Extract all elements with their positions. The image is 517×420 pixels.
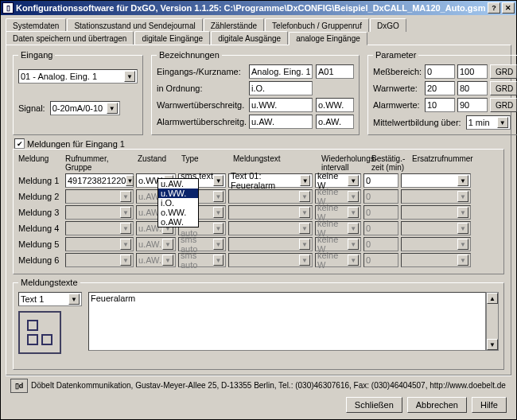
row-label: Meldung 2 <box>18 192 63 201</box>
meldungen-checkbox[interactable]: ✔ <box>14 138 25 149</box>
alarm-min-field[interactable] <box>425 98 455 112</box>
meldung-row: Meldung 6▼u.AW.▼sms auto▼▼keine W▼▼ <box>18 253 499 267</box>
dropdown-option[interactable]: u.WW. <box>158 189 198 198</box>
text-type-icon <box>18 311 61 354</box>
titlebar: ▯ Konfigurationssoftware für DxGO, Versi… <box>1 1 516 15</box>
combo: ▼ <box>228 205 313 220</box>
combo[interactable]: keine W▼ <box>315 173 361 188</box>
cancel-button[interactable]: Abbrechen <box>407 397 467 413</box>
close-icon[interactable]: ✕ <box>502 2 515 14</box>
row-label: Meldung 6 <box>18 255 63 265</box>
grd-button-3[interactable]: GRD <box>490 98 517 112</box>
combo: keine W▼ <box>315 221 361 235</box>
combo: keine W▼ <box>315 205 361 220</box>
help-button-icon[interactable]: ? <box>488 2 500 14</box>
column-header: Zustand <box>138 154 179 172</box>
tab-row-2: Daten speichern und übertragendigitale E… <box>6 31 511 45</box>
meldung-row: Meldung 1491723821220▼o.WW.▼sms text I▼T… <box>18 173 499 188</box>
tab[interactable]: analoge Eingänge <box>289 32 367 45</box>
chevron-down-icon: ▼ <box>68 294 80 305</box>
combo: ▼ <box>228 221 313 235</box>
kurzname-field[interactable] <box>249 64 313 79</box>
combo: ▼ <box>401 237 471 251</box>
warn-o-field[interactable] <box>316 98 354 112</box>
meldung-row: Meldung 4▼u.AW.▼sms auto▼▼keine W▼▼ <box>18 221 499 235</box>
combo: sms auto▼ <box>178 237 226 251</box>
meldung-row: Meldung 3▼u.AW.▼sms auto▼▼keine W▼▼ <box>18 205 499 220</box>
column-header: Rufnummer, Gruppe <box>65 154 135 172</box>
io-field[interactable] <box>249 81 313 95</box>
group-param-legend: Parameter <box>373 50 418 60</box>
window-title: Konfigurationssoftware für DxGO, Version… <box>16 3 488 13</box>
row-label: Meldung 4 <box>18 224 63 233</box>
combo: ▼ <box>65 205 134 220</box>
chevron-down-icon: ▼ <box>497 117 508 128</box>
alarm-u-field[interactable] <box>249 115 313 129</box>
row-label: Meldung 5 <box>18 239 63 249</box>
dropdown-option[interactable]: u.AW. <box>158 179 198 189</box>
signal-label: Signal: <box>18 103 45 113</box>
tab[interactable]: Systemdaten <box>6 18 66 32</box>
column-header: Bestätig.- zeit (min) <box>371 154 410 172</box>
tab[interactable]: digitale Ausgänge <box>211 31 288 45</box>
svg-rect-0 <box>28 321 37 330</box>
group-meldungen: MeldungRufnummer, GruppeZustandTypeMeldu… <box>13 149 504 274</box>
combo: ▼ <box>228 189 313 204</box>
tab-row-1: SystemdatenStationszustand und Sendejour… <box>6 18 511 32</box>
footer-text: Döbelt Datenkommunikation, Gustav-Meyer-… <box>31 381 506 390</box>
mittelwert-select[interactable]: 1 min▼ <box>466 115 511 130</box>
combo[interactable]: 491723821220▼ <box>65 173 134 188</box>
combo: keine W▼ <box>315 253 361 267</box>
text-field <box>363 237 398 251</box>
warn-max-field[interactable] <box>457 81 488 95</box>
combo[interactable]: Text 01: Feueralarm▼ <box>228 173 313 188</box>
warn-min-field[interactable] <box>425 81 455 95</box>
scroll-up-icon[interactable]: ▲ <box>487 293 498 304</box>
combo[interactable]: ▼ <box>401 173 471 188</box>
zustand-dropdown-list[interactable]: u.AW.u.WW.i.O.o.WW.o.AW. <box>157 178 199 228</box>
alarm-max-field[interactable] <box>457 98 488 112</box>
combo: sms auto▼ <box>178 253 226 267</box>
combo: u.AW.▼ <box>136 237 176 251</box>
textarea-scrollbar[interactable]: ▲ ▼ <box>486 292 499 351</box>
help-button[interactable]: Hilfe <box>472 397 507 413</box>
row-label: Meldung 3 <box>18 208 63 217</box>
text-selector[interactable]: Text 1▼ <box>18 292 82 306</box>
alarm-o-field[interactable] <box>316 115 354 129</box>
text-field[interactable] <box>363 173 398 188</box>
grd-button-2[interactable]: GRD <box>490 81 517 95</box>
channel-select[interactable]: 01 - Analog. Eing. 1▼ <box>18 69 138 84</box>
tab[interactable]: DxGO <box>370 18 406 32</box>
meldungen-header: MeldungRufnummer, GruppeZustandTypeMeldu… <box>18 154 499 172</box>
dropdown-option[interactable]: o.AW. <box>158 217 198 227</box>
column-header: Meldungstext <box>233 154 319 172</box>
column-header: Meldung <box>18 154 63 172</box>
tab[interactable]: Daten speichern und übertragen <box>6 31 134 45</box>
tab[interactable]: digitale Eingänge <box>134 31 210 45</box>
chevron-down-icon: ▼ <box>107 103 118 114</box>
grd-button-1[interactable]: GRD <box>490 64 517 79</box>
combo: ▼ <box>401 189 471 204</box>
dropdown-option[interactable]: o.WW. <box>158 208 198 217</box>
row-label: Meldung 1 <box>18 176 63 185</box>
scroll-down-icon[interactable]: ▼ <box>487 339 498 350</box>
combo: ▼ <box>401 221 471 235</box>
tab[interactable]: Stationszustand und Sendejournal <box>67 18 202 32</box>
mess-min-field[interactable] <box>425 64 455 79</box>
tab[interactable]: Telefonbuch / Gruppenruf <box>265 18 369 32</box>
group-eingang: Eingang 01 - Analog. Eing. 1▼ Signal: 0-… <box>13 50 143 135</box>
mess-max-field[interactable] <box>457 64 488 79</box>
company-logo-icon: ▯d <box>10 379 28 393</box>
footer: ▯d Döbelt Datenkommunikation, Gustav-Mey… <box>6 375 511 395</box>
meldungen-checkbox-row: ✔ Meldungen für Eingang 1 <box>14 138 506 149</box>
kurzname-short-field[interactable] <box>316 64 354 79</box>
tab[interactable]: Zählerstände <box>204 18 264 32</box>
dropdown-option[interactable]: i.O. <box>158 198 198 208</box>
group-bez-legend: Bezeichnungen <box>157 50 222 60</box>
column-header: Type <box>181 154 231 172</box>
meldungstext-field[interactable] <box>88 292 486 351</box>
signal-select[interactable]: 0-20mA/0-10▼ <box>50 101 120 115</box>
meldung-row: Meldung 2▼u.AW.▼sms auto▼▼keine W▼▼ <box>18 189 499 204</box>
close-button[interactable]: Schließen <box>346 397 402 413</box>
warn-u-field[interactable] <box>249 98 313 112</box>
